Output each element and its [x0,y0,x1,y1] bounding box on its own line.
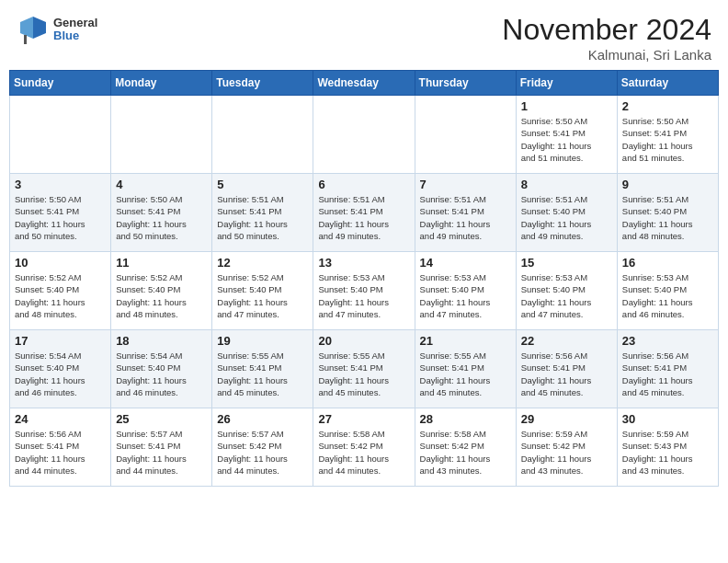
day-number: 6 [318,178,409,191]
day-info: Sunrise: 5:53 AM Sunset: 5:40 PM Dayligh… [521,271,612,320]
day-number: 4 [116,178,207,191]
day-info: Sunrise: 5:50 AM Sunset: 5:41 PM Dayligh… [15,193,106,242]
day-info: Sunrise: 5:54 AM Sunset: 5:40 PM Dayligh… [15,350,106,398]
day-number: 20 [318,334,409,348]
day-info: Sunrise: 5:52 AM Sunset: 5:40 PM Dayligh… [217,271,308,320]
day-number: 7 [420,178,511,191]
logo-general-text: General [53,17,97,29]
calendar-day-cell [111,96,212,174]
day-info: Sunrise: 5:51 AM Sunset: 5:40 PM Dayligh… [521,193,612,242]
day-info: Sunrise: 5:55 AM Sunset: 5:41 PM Dayligh… [420,350,511,398]
day-info: Sunrise: 5:53 AM Sunset: 5:40 PM Dayligh… [622,271,713,320]
day-number: 10 [15,256,106,270]
calendar-day-cell: 16Sunrise: 5:53 AM Sunset: 5:40 PM Dayli… [617,252,718,330]
calendar-day-cell [212,96,313,174]
calendar-day-cell: 25Sunrise: 5:57 AM Sunset: 5:41 PM Dayli… [111,408,212,487]
calendar-day-cell [10,96,111,174]
calendar-table: SundayMondayTuesdayWednesdayThursdayFrid… [9,70,719,487]
calendar-day-cell: 6Sunrise: 5:51 AM Sunset: 5:41 PM Daylig… [313,174,415,252]
day-info: Sunrise: 5:55 AM Sunset: 5:41 PM Dayligh… [217,350,308,398]
calendar-week-row: 10Sunrise: 5:52 AM Sunset: 5:40 PM Dayli… [10,252,719,330]
day-info: Sunrise: 5:51 AM Sunset: 5:40 PM Dayligh… [622,193,713,242]
day-number: 8 [521,178,612,191]
calendar-day-cell: 20Sunrise: 5:55 AM Sunset: 5:41 PM Dayli… [313,330,415,408]
day-of-week-header: Sunday [10,71,111,96]
calendar-week-row: 3Sunrise: 5:50 AM Sunset: 5:41 PM Daylig… [10,174,719,252]
calendar-day-cell: 7Sunrise: 5:51 AM Sunset: 5:41 PM Daylig… [415,174,516,252]
day-info: Sunrise: 5:52 AM Sunset: 5:40 PM Dayligh… [116,271,207,320]
month-title: November 2024 [502,13,711,47]
day-info: Sunrise: 5:50 AM Sunset: 5:41 PM Dayligh… [116,193,207,242]
day-info: Sunrise: 5:50 AM Sunset: 5:41 PM Dayligh… [622,115,713,164]
day-number: 21 [420,334,511,348]
day-info: Sunrise: 5:51 AM Sunset: 5:41 PM Dayligh… [217,193,308,242]
calendar-day-cell: 2Sunrise: 5:50 AM Sunset: 5:41 PM Daylig… [617,96,718,174]
day-number: 3 [15,178,106,191]
calendar-week-row: 24Sunrise: 5:56 AM Sunset: 5:41 PM Dayli… [10,408,719,487]
location: Kalmunai, Sri Lanka [502,47,711,63]
day-number: 2 [622,99,713,113]
calendar-day-cell: 27Sunrise: 5:58 AM Sunset: 5:42 PM Dayli… [313,408,415,487]
day-info: Sunrise: 5:56 AM Sunset: 5:41 PM Dayligh… [15,428,106,477]
calendar-day-cell: 9Sunrise: 5:51 AM Sunset: 5:40 PM Daylig… [617,174,718,252]
day-info: Sunrise: 5:51 AM Sunset: 5:41 PM Dayligh… [420,193,511,242]
calendar-day-cell [415,96,516,174]
day-of-week-header: Monday [111,71,212,96]
day-of-week-header: Friday [516,71,617,96]
day-number: 19 [217,334,308,348]
calendar-day-cell [313,96,415,174]
day-info: Sunrise: 5:56 AM Sunset: 5:41 PM Dayligh… [622,350,713,398]
calendar-day-cell: 11Sunrise: 5:52 AM Sunset: 5:40 PM Dayli… [111,252,212,330]
calendar-day-cell: 19Sunrise: 5:55 AM Sunset: 5:41 PM Dayli… [212,330,313,408]
calendar-day-cell: 13Sunrise: 5:53 AM Sunset: 5:40 PM Dayli… [313,252,415,330]
logo-blue-text: Blue [53,29,97,42]
calendar-day-cell: 26Sunrise: 5:57 AM Sunset: 5:42 PM Dayli… [212,408,313,487]
day-number: 11 [116,256,207,270]
calendar-day-cell: 17Sunrise: 5:54 AM Sunset: 5:40 PM Dayli… [10,330,111,408]
day-info: Sunrise: 5:53 AM Sunset: 5:40 PM Dayligh… [318,271,409,320]
day-info: Sunrise: 5:58 AM Sunset: 5:42 PM Dayligh… [318,428,409,477]
calendar-day-cell: 29Sunrise: 5:59 AM Sunset: 5:42 PM Dayli… [516,408,617,487]
day-info: Sunrise: 5:56 AM Sunset: 5:41 PM Dayligh… [521,350,612,398]
day-number: 12 [217,256,308,270]
day-info: Sunrise: 5:58 AM Sunset: 5:42 PM Dayligh… [420,428,511,477]
calendar: SundayMondayTuesdayWednesdayThursdayFrid… [0,70,728,563]
day-of-week-header: Tuesday [212,71,313,96]
day-number: 26 [217,412,308,426]
logo-text: General Blue [53,17,97,43]
logo-icon [17,13,50,46]
day-number: 16 [622,256,713,270]
calendar-day-cell: 14Sunrise: 5:53 AM Sunset: 5:40 PM Dayli… [415,252,516,330]
calendar-day-cell: 18Sunrise: 5:54 AM Sunset: 5:40 PM Dayli… [111,330,212,408]
day-number: 28 [420,412,511,426]
day-number: 25 [116,412,207,426]
day-number: 17 [15,334,106,348]
day-info: Sunrise: 5:59 AM Sunset: 5:43 PM Dayligh… [622,428,713,477]
day-info: Sunrise: 5:57 AM Sunset: 5:41 PM Dayligh… [116,428,207,477]
calendar-day-cell: 4Sunrise: 5:50 AM Sunset: 5:41 PM Daylig… [111,174,212,252]
day-number: 14 [420,256,511,270]
day-number: 24 [15,412,106,426]
day-number: 15 [521,256,612,270]
day-info: Sunrise: 5:59 AM Sunset: 5:42 PM Dayligh… [521,428,612,477]
calendar-day-cell: 8Sunrise: 5:51 AM Sunset: 5:40 PM Daylig… [516,174,617,252]
day-number: 22 [521,334,612,348]
day-number: 9 [622,178,713,191]
calendar-week-row: 1Sunrise: 5:50 AM Sunset: 5:41 PM Daylig… [10,96,719,174]
calendar-day-cell: 3Sunrise: 5:50 AM Sunset: 5:41 PM Daylig… [10,174,111,252]
calendar-header-row: SundayMondayTuesdayWednesdayThursdayFrid… [10,71,719,96]
calendar-week-row: 17Sunrise: 5:54 AM Sunset: 5:40 PM Dayli… [10,330,719,408]
svg-rect-3 [24,35,27,44]
calendar-day-cell: 28Sunrise: 5:58 AM Sunset: 5:42 PM Dayli… [415,408,516,487]
day-info: Sunrise: 5:50 AM Sunset: 5:41 PM Dayligh… [521,115,612,164]
day-number: 1 [521,99,612,113]
day-info: Sunrise: 5:57 AM Sunset: 5:42 PM Dayligh… [217,428,308,477]
calendar-day-cell: 15Sunrise: 5:53 AM Sunset: 5:40 PM Dayli… [516,252,617,330]
day-number: 30 [622,412,713,426]
title-block: November 2024 Kalmunai, Sri Lanka [502,13,711,63]
day-info: Sunrise: 5:55 AM Sunset: 5:41 PM Dayligh… [318,350,409,398]
day-of-week-header: Wednesday [313,71,415,96]
day-of-week-header: Thursday [415,71,516,96]
day-number: 29 [521,412,612,426]
calendar-day-cell: 30Sunrise: 5:59 AM Sunset: 5:43 PM Dayli… [617,408,718,487]
